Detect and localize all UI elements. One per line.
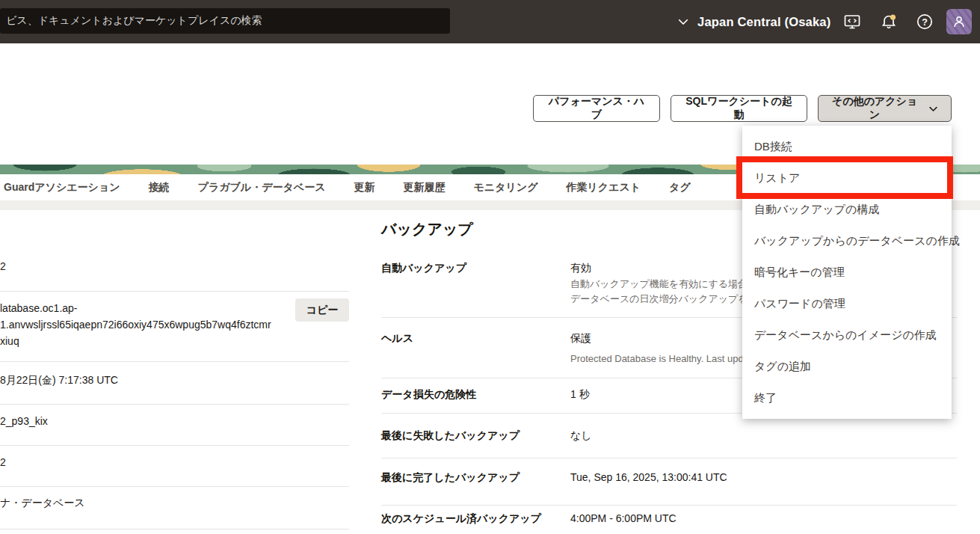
- field-label: 最後に完了したバックアップ: [381, 471, 568, 485]
- person-icon: [951, 13, 967, 30]
- tab-work-requests[interactable]: 作業リクエスト: [566, 181, 641, 194]
- field-value: Tue, Sep 16, 2025, 13:00:41 UTC: [570, 471, 727, 483]
- field-value: 有効: [570, 262, 591, 275]
- more-actions-button[interactable]: その他のアクション: [818, 95, 952, 122]
- svg-text:?: ?: [922, 17, 928, 28]
- detail-value-date: 8月22日(金) 7:17:38 UTC: [0, 374, 118, 387]
- top-bar: Japan Central (Osaka) ?: [0, 0, 980, 43]
- more-actions-menu: DB接続 リストア 自動バックアップの構成 バックアップからのデータベースの作成…: [742, 126, 952, 419]
- tab-tags[interactable]: タグ: [669, 181, 691, 194]
- divider: [0, 529, 349, 530]
- menu-item-manage-password[interactable]: パスワードの管理: [742, 288, 952, 319]
- detail-value: 2: [0, 456, 6, 468]
- divider: [381, 505, 957, 506]
- tab-connection[interactable]: 接続: [149, 181, 170, 194]
- tab-monitoring[interactable]: モニタリング: [473, 181, 537, 194]
- divider: [0, 404, 349, 405]
- menu-item-manage-encryption-key[interactable]: 暗号化キーの管理: [742, 257, 952, 288]
- tab-update-history[interactable]: 更新履歴: [403, 181, 445, 194]
- field-value: 1 秒: [570, 388, 590, 402]
- backup-section-title: バックアップ: [381, 219, 473, 239]
- ocid-line: latabase.oc1.ap-: [0, 302, 78, 314]
- divider: [0, 486, 349, 487]
- notification-dot: [890, 14, 896, 19]
- divider: [381, 458, 957, 458]
- detail-value: 2: [0, 260, 6, 272]
- ocid-line: xiuq: [0, 335, 19, 347]
- divider: [0, 445, 349, 446]
- copy-button[interactable]: コピー: [295, 298, 349, 322]
- field-label: 次のスケジュール済バックアップ: [381, 512, 568, 526]
- field-label: ヘルス: [381, 332, 568, 346]
- notifications-bell-icon[interactable]: [880, 13, 898, 31]
- divider: [0, 291, 349, 292]
- menu-item-create-image-from-db[interactable]: データベースからのイメージの作成: [742, 319, 952, 351]
- menu-item-add-tags[interactable]: タグの追加: [742, 351, 952, 382]
- detail-value: ナ・データベース: [0, 497, 85, 510]
- detail-value: 2_p93_kix: [0, 415, 48, 427]
- launch-sql-worksheet-label: SQLワークシートの起動: [683, 95, 795, 122]
- menu-item-create-db-from-backup[interactable]: バックアップからのデータベースの作成: [742, 225, 952, 257]
- field-label: データ損失の危険性: [381, 388, 568, 402]
- tab-pluggable-databases[interactable]: プラガブル・データベース: [198, 181, 326, 194]
- performance-hub-button[interactable]: パフォーマンス・ハブ: [533, 95, 660, 122]
- divider: [0, 361, 349, 362]
- profile-avatar[interactable]: [946, 9, 972, 34]
- menu-item-configure-auto-backup[interactable]: 自動バックアップの構成: [742, 194, 952, 225]
- field-help: データベースの日次増分バックアップを作: [570, 292, 758, 306]
- field-value: なし: [570, 429, 592, 443]
- region-selector[interactable]: Japan Central (Osaka): [677, 0, 830, 43]
- field-label: 自動バックアップ: [381, 262, 568, 275]
- chevron-down-icon: [928, 103, 939, 114]
- tab-guard-association[interactable]: Guardアソシエーション: [4, 181, 120, 194]
- launch-sql-worksheet-button[interactable]: SQLワークシートの起動: [671, 95, 807, 122]
- field-help: Protected Database is Healthy. Last upda…: [570, 353, 757, 364]
- performance-hub-label: パフォーマンス・ハブ: [546, 95, 647, 122]
- menu-item-db-connection[interactable]: DB接続: [742, 131, 952, 162]
- ocid-line: 1.anvwsljrssl65iqaepn72i66oxiy475x6wpug5…: [0, 319, 271, 331]
- field-label: 最後に失敗したバックアップ: [381, 429, 568, 443]
- field-help: 自動バックアップ機能を有効にする場合、: [570, 277, 757, 291]
- cloud-shell-icon[interactable]: [843, 13, 861, 31]
- help-icon[interactable]: ?: [916, 13, 934, 31]
- menu-item-restore[interactable]: リストア: [742, 162, 952, 194]
- chevron-down-icon: [677, 15, 690, 28]
- more-actions-label: その他のアクション: [830, 95, 919, 122]
- menu-item-terminate[interactable]: 終了: [742, 382, 952, 414]
- tab-updates[interactable]: 更新: [354, 181, 375, 194]
- region-label: Japan Central (Osaka): [697, 15, 830, 29]
- field-value: 4:00PM - 6:00PM UTC: [570, 512, 677, 524]
- field-value: 保護: [570, 332, 591, 346]
- global-search-input[interactable]: [0, 8, 450, 34]
